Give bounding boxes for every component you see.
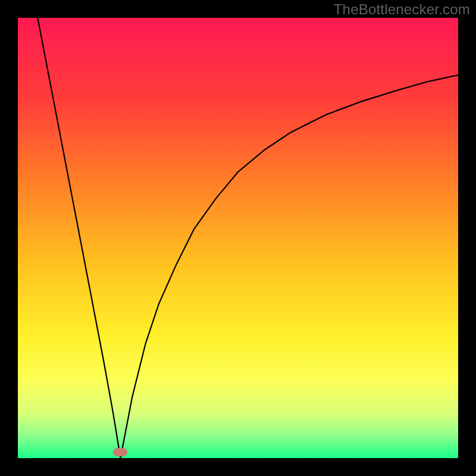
gradient-background xyxy=(18,18,458,458)
chart-frame: TheBottlenecker.com xyxy=(0,0,476,476)
minimum-marker xyxy=(113,448,127,456)
chart-svg xyxy=(18,18,458,458)
watermark-text: TheBottlenecker.com xyxy=(334,1,470,18)
plot-area xyxy=(18,18,458,458)
